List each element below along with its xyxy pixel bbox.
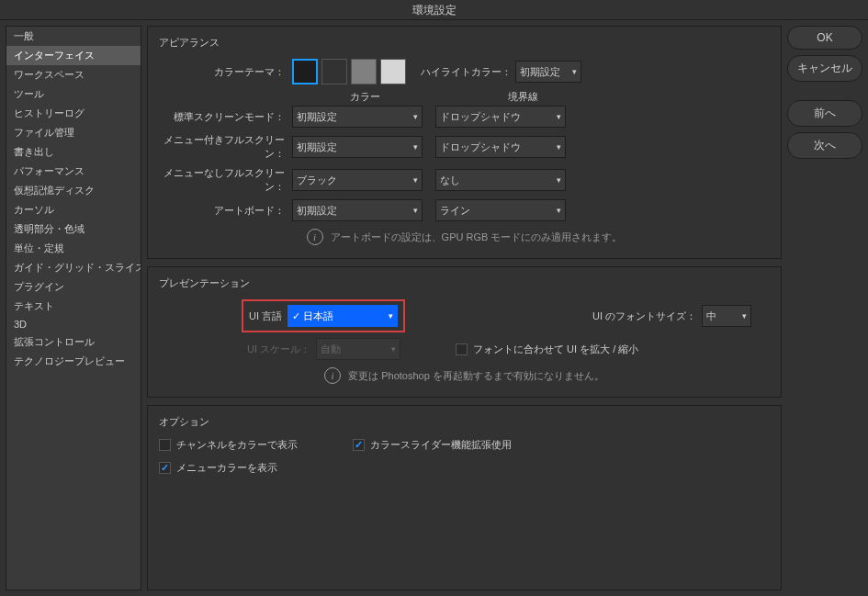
info-icon: i [324, 367, 341, 384]
chevron-down-icon: ▾ [389, 311, 393, 320]
channels-color-label: チャンネルをカラーで表示 [176, 438, 298, 452]
screen-mode-border-select-1[interactable]: ドロップシャドウ▾ [435, 136, 566, 158]
sidebar-item-1[interactable]: インターフェイス [6, 46, 141, 65]
sidebar-item-6[interactable]: 書き出し [6, 142, 141, 162]
dialog-buttons: OK キャンセル 前へ 次へ [787, 26, 862, 590]
screen-mode-row-0: 標準スクリーンモード：初期設定▾ドロップシャドウ▾ [159, 106, 770, 128]
sidebar-item-13[interactable]: プラグイン [6, 277, 141, 297]
color-slider-ext-checkbox[interactable] [353, 439, 365, 451]
presentation-panel: プレゼンテーション UI 言語 ✓ 日本語 ▾ UI のフォントサイズ： [147, 266, 782, 398]
main-content: アピアランス カラーテーマ： ハイライトカラー： 初期設定 ▾ [147, 26, 782, 590]
highlight-color-value: 初期設定 [520, 65, 560, 79]
ui-scale-select: 自動 ▾ [316, 338, 400, 360]
screen-mode-row-2: メニューなしフルスクリーン：ブラック▾なし▾ [159, 166, 770, 194]
sidebar-item-14[interactable]: テキスト [6, 297, 141, 316]
highlight-color-select[interactable]: 初期設定 ▾ [515, 61, 581, 83]
theme-swatch-dark[interactable] [321, 59, 347, 84]
screen-mode-label-3: アートボード： [159, 204, 292, 218]
sidebar-item-4[interactable]: ヒストリーログ [6, 104, 141, 123]
sidebar-item-17[interactable]: テクノロジープレビュー [6, 352, 141, 371]
sidebar-item-0[interactable]: 一般 [6, 27, 141, 46]
appearance-info: i アートボードの設定は、GPU RGB モードにのみ適用されます。 [159, 229, 770, 245]
category-sidebar: 一般インターフェイスワークスペースツールヒストリーログファイル管理書き出しパフォ… [6, 26, 141, 590]
sidebar-item-16[interactable]: 拡張コントロール [6, 332, 141, 352]
scale-to-font-label: フォントに合わせて UI を拡大 / 縮小 [473, 343, 638, 356]
color-slider-ext-label: カラースライダー機能拡張使用 [370, 438, 512, 452]
ui-language-label: UI 言語 [249, 309, 282, 323]
preferences-dialog: 環境設定 一般インターフェイスワークスペースツールヒストリーログファイル管理書き… [0, 0, 868, 596]
appearance-title: アピアランス [159, 36, 770, 50]
screen-mode-color-select-2[interactable]: ブラック▾ [292, 169, 423, 191]
theme-swatch-darkest[interactable] [292, 59, 318, 84]
menu-color-label: メニューカラーを表示 [176, 461, 277, 475]
ui-font-size-value: 中 [706, 309, 716, 323]
presentation-info: i 変更は Photoshop を再起動するまで有効になりません。 [159, 367, 770, 384]
sidebar-item-9[interactable]: カーソル [6, 200, 141, 219]
chevron-down-icon: ▾ [391, 344, 396, 354]
next-button[interactable]: 次へ [787, 132, 862, 159]
presentation-title: プレゼンテーション [159, 276, 770, 290]
screen-mode-color-select-3[interactable]: 初期設定▾ [292, 199, 423, 221]
options-title: オプション [159, 415, 770, 429]
chevron-down-icon: ▾ [413, 206, 418, 215]
channels-color-checkbox[interactable] [159, 439, 171, 451]
ui-language-value: ✓ 日本語 [292, 309, 333, 323]
screen-mode-color-select-1[interactable]: 初期設定▾ [292, 136, 423, 158]
sidebar-item-7[interactable]: パフォーマンス [6, 162, 141, 181]
screen-mode-border-select-0[interactable]: ドロップシャドウ▾ [435, 106, 566, 128]
appearance-panel: アピアランス カラーテーマ： ハイライトカラー： 初期設定 ▾ [147, 26, 782, 259]
cancel-button[interactable]: キャンセル [787, 55, 862, 82]
ui-scale-value: 自動 [321, 343, 341, 356]
chevron-down-icon: ▾ [557, 112, 561, 121]
sidebar-item-5[interactable]: ファイル管理 [6, 123, 141, 142]
screen-mode-label-2: メニューなしフルスクリーン： [159, 166, 292, 194]
chevron-down-icon: ▾ [557, 175, 561, 185]
border-column-header: 境界線 [457, 90, 588, 104]
dialog-body: 一般インターフェイスワークスペースツールヒストリーログファイル管理書き出しパフォ… [0, 20, 868, 596]
ui-language-select[interactable]: ✓ 日本語 ▾ [287, 305, 398, 327]
chevron-down-icon: ▾ [413, 112, 418, 121]
options-panel: オプション チャンネルをカラーで表示 メニューカラーを表示 [147, 405, 782, 590]
sidebar-item-15[interactable]: 3D [6, 316, 141, 332]
ui-language-highlight: UI 言語 ✓ 日本語 ▾ [242, 299, 405, 332]
highlight-color-label: ハイライトカラー： [421, 65, 512, 79]
sidebar-item-11[interactable]: 単位・定規 [6, 239, 141, 258]
scale-to-font-checkbox[interactable] [456, 343, 468, 355]
info-icon: i [307, 229, 323, 245]
color-theme-swatches [292, 59, 406, 84]
presentation-info-text: 変更は Photoshop を再起動するまで有効になりません。 [348, 369, 604, 383]
appearance-info-text: アートボードの設定は、GPU RGB モードにのみ適用されます。 [331, 231, 623, 244]
menu-color-checkbox[interactable] [159, 462, 171, 474]
screen-mode-row-1: メニュー付きフルスクリーン：初期設定▾ドロップシャドウ▾ [159, 133, 770, 161]
chevron-down-icon: ▾ [742, 311, 747, 320]
screen-mode-border-select-2[interactable]: なし▾ [435, 169, 566, 191]
sidebar-item-12[interactable]: ガイド・グリッド・スライス [6, 258, 141, 277]
screen-mode-color-select-0[interactable]: 初期設定▾ [292, 106, 423, 128]
chevron-down-icon: ▾ [557, 206, 561, 215]
window-title: 環境設定 [0, 0, 868, 20]
chevron-down-icon: ▾ [413, 175, 418, 185]
ui-font-size-select[interactable]: 中 ▾ [702, 305, 751, 327]
chevron-down-icon: ▾ [572, 67, 577, 76]
sidebar-item-2[interactable]: ワークスペース [6, 65, 141, 84]
ok-button[interactable]: OK [787, 26, 862, 50]
color-column-header: カラー [299, 90, 430, 104]
screen-mode-border-select-3[interactable]: ライン▾ [435, 199, 566, 221]
screen-mode-row-3: アートボード：初期設定▾ライン▾ [159, 199, 770, 221]
color-theme-label: カラーテーマ： [159, 65, 292, 79]
chevron-down-icon: ▾ [413, 142, 418, 152]
prev-button[interactable]: 前へ [787, 100, 862, 127]
ui-scale-label: UI スケール： [247, 343, 310, 356]
ui-font-size-label: UI のフォントサイズ： [592, 309, 696, 323]
theme-swatch-lightest[interactable] [380, 59, 406, 84]
chevron-down-icon: ▾ [557, 142, 561, 152]
sidebar-item-8[interactable]: 仮想記憶ディスク [6, 181, 141, 200]
sidebar-item-10[interactable]: 透明部分・色域 [6, 219, 141, 239]
screen-mode-label-1: メニュー付きフルスクリーン： [159, 133, 292, 161]
screen-mode-label-0: 標準スクリーンモード： [159, 110, 292, 124]
sidebar-item-3[interactable]: ツール [6, 84, 141, 104]
theme-swatch-light[interactable] [351, 59, 377, 84]
